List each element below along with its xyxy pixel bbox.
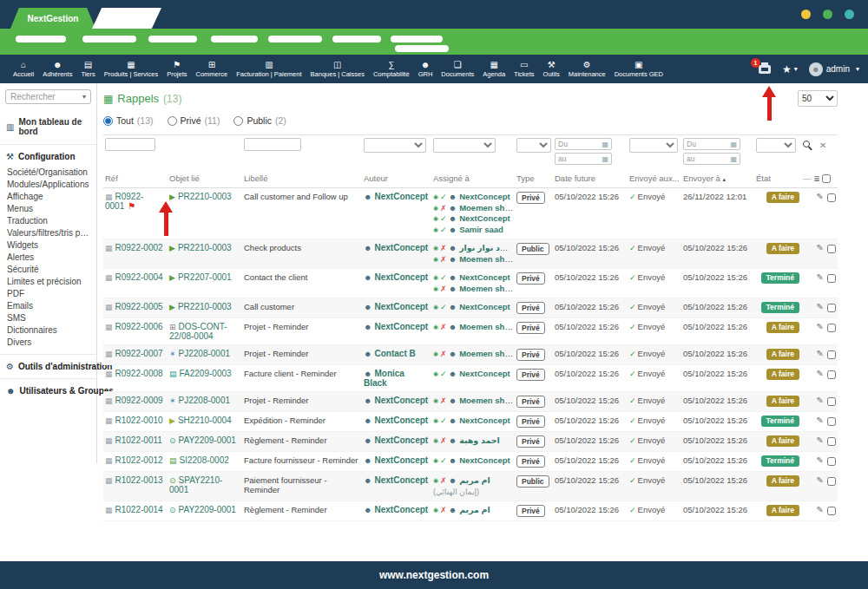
row-checkbox[interactable]: [827, 507, 836, 515]
col-header-date-future[interactable]: Date future: [553, 170, 628, 188]
menu-item-maintenance[interactable]: ⚙Maintenance: [564, 55, 610, 83]
browser-tab[interactable]: [92, 8, 161, 29]
sidebar-item-dashboard[interactable]: ▥ Mon tableau de bord: [0, 109, 96, 145]
sidebar-section-admin-tools[interactable]: ⚙ Outils d'administration: [0, 354, 96, 378]
search-input[interactable]: Rechercher ▾: [5, 89, 91, 104]
author-link[interactable]: NextConcept: [374, 322, 428, 331]
ref-link[interactable]: R1022-0011: [115, 435, 162, 445]
filter-type-select[interactable]: [516, 138, 551, 153]
menu-item-grh[interactable]: ☻GRH: [414, 55, 437, 83]
col-header-ref[interactable]: Réf: [103, 170, 168, 188]
redacted-menu-item[interactable]: [211, 36, 258, 43]
col-header-object[interactable]: Objet lié: [168, 170, 242, 188]
assignee-link[interactable]: Moemen shehata: [459, 322, 513, 331]
menu-item-commerce[interactable]: ⊞Commerce: [192, 55, 233, 83]
assignee-link[interactable]: NextConcept: [459, 192, 510, 201]
sidebar-item-dictionnaires[interactable]: Dictionnaires: [0, 324, 96, 336]
col-header-author[interactable]: Auteur: [362, 170, 431, 188]
row-checkbox[interactable]: [827, 417, 836, 426]
user-menu[interactable]: ☻ admin ▾: [809, 62, 859, 76]
edit-icon[interactable]: ✎: [817, 369, 824, 378]
sidebar-item-widgets[interactable]: Widgets: [0, 239, 96, 251]
object-link[interactable]: FA2209-0003: [180, 369, 232, 378]
sidebar-item-limites-et-pr-cision[interactable]: Limites et précision: [0, 275, 96, 287]
author-link[interactable]: NextConcept: [374, 302, 428, 311]
object-link[interactable]: PR2210-0003: [178, 243, 232, 252]
redacted-menu-item[interactable]: [391, 36, 443, 43]
row-checkbox[interactable]: [827, 274, 836, 283]
window-button-2[interactable]: [823, 10, 832, 19]
col-header-label[interactable]: Libellé: [242, 170, 362, 188]
sidebar-item-sms[interactable]: SMS: [0, 311, 96, 324]
filter-send-at-from[interactable]: Du ▦: [683, 138, 740, 150]
filter-assignee-select[interactable]: [433, 138, 496, 153]
sidebar-section-configuration[interactable]: ⚒ Configuration: [0, 145, 96, 165]
object-link[interactable]: SPAY2210-0001: [169, 475, 222, 494]
filter-date-future-from[interactable]: Du ▦: [555, 138, 612, 150]
ref-link[interactable]: R0922-0002: [115, 243, 163, 252]
row-checkbox[interactable]: [827, 245, 836, 253]
col-header-send-at[interactable]: Envoyer à ▴: [681, 170, 754, 188]
assignee-link[interactable]: ام مريم: [459, 475, 490, 485]
assignee-link[interactable]: Moemen shehata: [459, 254, 513, 264]
author-link[interactable]: NextConcept: [374, 505, 428, 514]
row-checkbox[interactable]: [827, 350, 836, 359]
object-link[interactable]: PJ2208-0001: [179, 349, 231, 358]
edit-icon[interactable]: ✎: [817, 192, 824, 201]
author-link[interactable]: NextConcept: [374, 416, 428, 425]
row-checkbox[interactable]: [827, 193, 836, 202]
filter-ref-input[interactable]: [105, 138, 155, 151]
col-header-sent-to[interactable]: Envoyé aux...: [628, 170, 681, 188]
author-link[interactable]: NextConcept: [374, 455, 428, 465]
edit-icon[interactable]: ✎: [817, 455, 824, 465]
author-link[interactable]: NextConcept: [374, 243, 428, 252]
redacted-menu-item[interactable]: [82, 36, 136, 43]
row-checkbox[interactable]: [827, 370, 836, 379]
author-link[interactable]: NextConcept: [374, 272, 428, 282]
sidebar-item-valeurs-filtres-tris-par-d-f[interactable]: Valeurs/filtres/tris par déf...: [0, 226, 96, 239]
sidebar-item-emails[interactable]: Emails: [0, 299, 96, 311]
menu-item-comptabilit[interactable]: ∑Comptabilité: [369, 55, 414, 83]
assignee-link[interactable]: ام مريم: [459, 505, 490, 514]
assignee-link[interactable]: Moemen shehata: [459, 284, 513, 293]
radio-input[interactable]: [168, 116, 177, 126]
menu-item-banques-caisses[interactable]: ◫Banques | Caisses: [306, 55, 369, 83]
menu-item-agenda[interactable]: ▦Agenda: [478, 55, 510, 83]
radio-input[interactable]: [233, 116, 243, 126]
filter-author-select[interactable]: [364, 138, 426, 153]
window-button-3[interactable]: [845, 10, 854, 19]
print-notification-button[interactable]: 1: [759, 65, 771, 74]
row-checkbox[interactable]: [827, 457, 836, 466]
object-link[interactable]: SH2210-0004: [178, 416, 232, 425]
filter-send-at-to[interactable]: au ▦: [683, 153, 740, 165]
search-icon[interactable]: [803, 141, 813, 151]
menu-item-tickets[interactable]: ▭Tickets: [510, 55, 538, 83]
menu-item-projets[interactable]: ⚑Projets: [162, 55, 191, 83]
ref-link[interactable]: R0922-0008: [115, 369, 163, 378]
col-header-state[interactable]: État: [754, 170, 801, 188]
assignee-link[interactable]: NextConcept: [459, 369, 510, 378]
object-link[interactable]: PAY2209-0001: [179, 435, 236, 445]
ref-link[interactable]: R1022-0010: [115, 416, 163, 425]
redacted-menu-item[interactable]: [268, 36, 322, 43]
redacted-menu-item[interactable]: [332, 36, 381, 43]
footer-link[interactable]: www.nextgestion.com: [379, 569, 489, 581]
row-checkbox[interactable]: [827, 477, 836, 486]
window-button-1[interactable]: [801, 10, 811, 19]
sidebar-item-menus[interactable]: Menus: [0, 202, 96, 214]
list-icon[interactable]: ≣: [813, 174, 820, 183]
assignee-link[interactable]: احمد وهبة: [459, 435, 500, 445]
sidebar-item-pdf[interactable]: PDF: [0, 287, 96, 299]
object-link[interactable]: DOS-CONT-22/08-0004: [169, 322, 227, 341]
row-checkbox[interactable]: [827, 304, 836, 312]
edit-icon[interactable]: ✎: [817, 302, 824, 311]
redacted-menu-item[interactable]: [395, 45, 449, 52]
assignee-link[interactable]: Moemen shehata: [459, 349, 513, 358]
assignee-link[interactable]: احمد مسعود نوار نوار: [459, 243, 513, 252]
author-link[interactable]: Contact B: [374, 349, 415, 358]
menu-item-tiers[interactable]: ▤Tiers: [76, 55, 99, 83]
redacted-menu-item[interactable]: [148, 36, 197, 43]
ref-link[interactable]: R1022-0014: [115, 505, 163, 514]
object-link[interactable]: PR2207-0001: [178, 272, 232, 282]
menu-item-produits-services[interactable]: ▦Produits | Services: [100, 55, 162, 83]
